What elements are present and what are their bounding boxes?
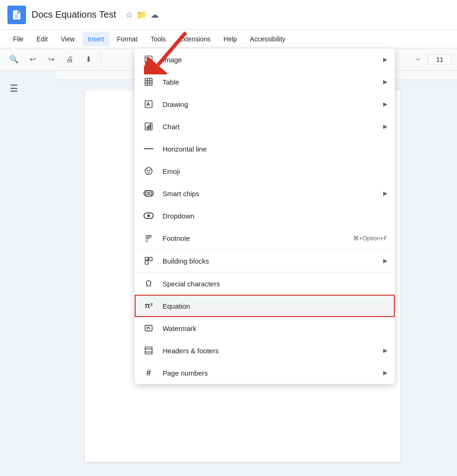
- menu-item-image[interactable]: Image ▶: [135, 48, 395, 71]
- footnote-shortcut: ⌘+Option+F: [353, 235, 387, 242]
- watermark-icon: [142, 322, 155, 335]
- building-blocks-icon: [142, 254, 155, 267]
- menu-item-equation[interactable]: π² Equation: [135, 295, 395, 317]
- title-icons: ☆ 📁 ☁: [125, 10, 159, 20]
- toolbar-right: − 11: [410, 51, 451, 68]
- sidebar: ☰: [0, 71, 28, 476]
- svg-rect-2: [145, 79, 152, 86]
- headers-footers-label: Headers & footers: [163, 347, 379, 355]
- top-bar: Docs Equations Test ☆ 📁 ☁: [0, 0, 457, 30]
- menu-group-2: Building blocks ▶: [135, 250, 395, 272]
- horizontal-line-label: Horizontal line: [163, 145, 387, 153]
- menu-item-dropdown[interactable]: Dropdown: [135, 205, 395, 227]
- svg-point-16: [150, 170, 150, 171]
- doc-title: Docs Equations Test: [32, 9, 116, 20]
- menu-item-edit[interactable]: Edit: [31, 32, 53, 46]
- svg-rect-29: [145, 325, 152, 331]
- table-icon: [142, 75, 155, 88]
- menu-item-tools[interactable]: Tools: [145, 32, 171, 46]
- menu-item-format[interactable]: Format: [111, 32, 143, 46]
- menu-item-building-blocks[interactable]: Building blocks ▶: [135, 250, 395, 272]
- toolbar-separator: [100, 53, 101, 66]
- svg-point-19: [149, 192, 152, 195]
- special-characters-label: Special characters: [163, 280, 387, 288]
- svg-point-18: [145, 192, 148, 195]
- chart-icon: [142, 120, 155, 133]
- smart-chips-icon: [142, 187, 155, 200]
- menu-item-insert[interactable]: Insert: [82, 32, 110, 46]
- star-icon[interactable]: ☆: [125, 10, 133, 20]
- menu-item-special-characters[interactable]: Ω Special characters: [135, 272, 395, 295]
- menu-bar: File Edit View Insert Format Tools Exten…: [0, 30, 457, 48]
- special-characters-icon: Ω: [142, 277, 155, 290]
- svg-point-15: [147, 170, 148, 171]
- svg-rect-11: [148, 125, 150, 129]
- footnote-icon: [142, 231, 155, 245]
- menu-item-table[interactable]: Table ▶: [135, 71, 395, 93]
- smart-chips-label: Smart chips: [163, 190, 379, 198]
- menu-item-help[interactable]: Help: [218, 32, 242, 46]
- horizontal-line-icon: [142, 142, 155, 155]
- equation-icon: π²: [142, 299, 155, 312]
- menu-item-accessibility[interactable]: Accessibility: [244, 32, 291, 46]
- headers-footers-icon: [142, 344, 155, 357]
- svg-rect-28: [145, 258, 149, 260]
- building-blocks-label: Building blocks: [163, 257, 379, 265]
- app-icon: [7, 6, 26, 24]
- dropdown-icon: [142, 209, 155, 222]
- menu-item-smart-chips[interactable]: Smart chips ▶: [135, 182, 395, 205]
- print-button[interactable]: 🖨: [61, 51, 78, 68]
- menu-item-watermark[interactable]: Watermark: [135, 317, 395, 339]
- menu-item-drawing[interactable]: Drawing ▶: [135, 93, 395, 115]
- svg-point-14: [145, 168, 152, 175]
- menu-item-chart[interactable]: Chart ▶: [135, 115, 395, 138]
- svg-point-1: [147, 58, 148, 59]
- page-numbers-arrow: ▶: [383, 370, 387, 376]
- image-icon: [142, 53, 155, 66]
- menu-item-headers-footers[interactable]: Headers & footers ▶: [135, 339, 395, 362]
- svg-rect-26: [145, 261, 149, 264]
- svg-point-21: [147, 214, 150, 217]
- smart-chips-arrow: ▶: [383, 190, 387, 197]
- sidebar-list-icon[interactable]: ☰: [4, 78, 24, 99]
- svg-rect-31: [145, 347, 152, 354]
- menu-item-emoji[interactable]: Emoji: [135, 160, 395, 182]
- font-size-display[interactable]: 11: [428, 54, 451, 65]
- menu-item-view[interactable]: View: [55, 32, 80, 46]
- menu-group-1: Image ▶ Table ▶: [135, 48, 395, 250]
- search-button[interactable]: 🔍: [6, 51, 22, 68]
- menu-item-page-numbers[interactable]: # Page numbers ▶: [135, 362, 395, 384]
- table-label: Table: [163, 78, 379, 86]
- footnote-label: Footnote: [163, 234, 353, 242]
- menu-item-footnote[interactable]: Footnote ⌘+Option+F: [135, 227, 395, 249]
- watermark-label: Watermark: [163, 324, 387, 332]
- redo-button[interactable]: ↪: [43, 51, 59, 68]
- drawing-label: Drawing: [163, 100, 379, 108]
- svg-rect-27: [149, 258, 152, 261]
- table-arrow: ▶: [383, 79, 387, 85]
- emoji-icon: [142, 165, 155, 178]
- undo-button[interactable]: ↩: [24, 51, 41, 68]
- page-numbers-label: Page numbers: [163, 369, 379, 377]
- move-icon[interactable]: 📁: [137, 10, 147, 20]
- minus-button[interactable]: −: [410, 51, 426, 68]
- image-label: Image: [163, 56, 379, 64]
- chart-label: Chart: [163, 123, 379, 131]
- chart-arrow: ▶: [383, 123, 387, 130]
- svg-rect-10: [147, 126, 148, 129]
- menu-group-3: Ω Special characters π² Equation Waterma…: [135, 272, 395, 384]
- drawing-icon: [142, 98, 155, 111]
- emoji-label: Emoji: [163, 167, 387, 175]
- dropdown-label: Dropdown: [163, 212, 387, 220]
- svg-point-30: [147, 327, 148, 328]
- svg-rect-12: [150, 124, 151, 129]
- headers-footers-arrow: ▶: [383, 347, 387, 354]
- menu-item-file[interactable]: File: [7, 32, 29, 46]
- cloud-icon[interactable]: ☁: [150, 10, 159, 20]
- menu-item-extensions[interactable]: Extensions: [173, 32, 216, 46]
- menu-item-horizontal-line[interactable]: Horizontal line: [135, 138, 395, 160]
- drawing-arrow: ▶: [383, 101, 387, 107]
- image-arrow: ▶: [383, 56, 387, 63]
- download-button[interactable]: ⬇: [80, 51, 97, 68]
- page-numbers-icon: #: [142, 366, 155, 379]
